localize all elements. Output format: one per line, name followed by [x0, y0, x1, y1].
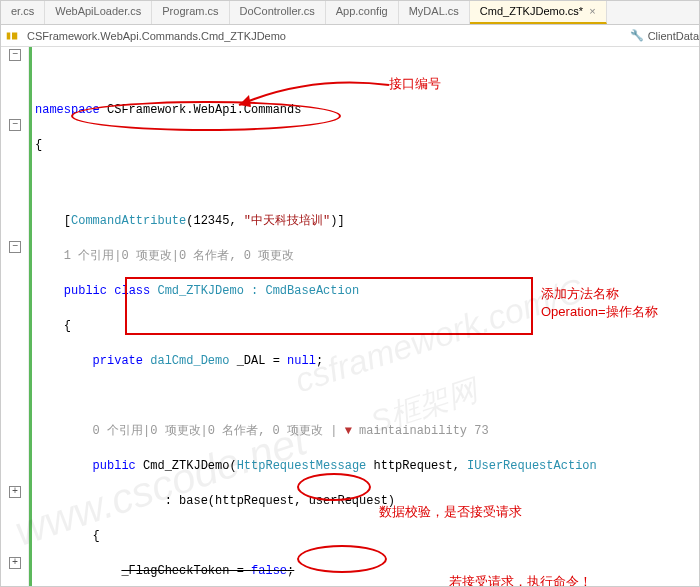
breadcrumb-namespace[interactable]: CSFramework.WebApi.Commands.Cmd_ZTKJDemo — [23, 30, 290, 42]
tab-er[interactable]: er.cs — [1, 1, 45, 24]
breadcrumb-member[interactable]: 🔧 ClientData — [630, 29, 699, 42]
tab-appconfig[interactable]: App.config — [326, 1, 399, 24]
annotation-exec: 若接受请求，执行命令！ — [449, 573, 592, 587]
svg-rect-1 — [12, 32, 17, 39]
tab-docontroller[interactable]: DoController.cs — [230, 1, 326, 24]
tab-program[interactable]: Program.cs — [152, 1, 229, 24]
annotation-validate: 数据校验，是否接受请求 — [379, 503, 522, 521]
breadcrumb: CSFramework.WebApi.Commands.Cmd_ZTKJDemo… — [1, 25, 699, 47]
watermark: www.cscode.net — [14, 431, 308, 541]
svg-rect-0 — [7, 32, 11, 39]
close-icon[interactable]: × — [589, 5, 595, 17]
code-area[interactable]: namespace CSFramework.WebApi.Commands { … — [29, 47, 699, 586]
annotation-operation-eq: Operation=操作名称 — [541, 303, 658, 321]
annotation-add-method: 添加方法名称 — [541, 285, 619, 303]
codelens[interactable]: 1 个引用|0 项更改|0 名作者, 0 项更改 — [64, 249, 294, 263]
gutter: − − − + + — [1, 47, 29, 586]
fold-marker[interactable]: − — [9, 49, 21, 61]
maintainability-badge[interactable]: ▼ — [345, 424, 359, 438]
fold-marker[interactable]: − — [9, 119, 21, 131]
wrench-icon: 🔧 — [630, 29, 644, 42]
fold-marker[interactable]: + — [9, 486, 21, 498]
tab-webapiloader[interactable]: WebApiLoader.cs — [45, 1, 152, 24]
tab-mydal[interactable]: MyDAL.cs — [399, 1, 470, 24]
fold-marker[interactable]: + — [9, 557, 21, 569]
fold-marker[interactable]: − — [9, 241, 21, 253]
annotation-interface-no: 接口编号 — [389, 75, 441, 93]
change-bar — [29, 47, 32, 586]
tab-bar: er.cs WebApiLoader.cs Program.cs DoContr… — [1, 1, 699, 25]
tab-cmd-ztkjdemo[interactable]: Cmd_ZTKJDemo.cs*× — [470, 1, 607, 24]
codelens[interactable]: 0 个引用|0 项更改|0 名作者, 0 项更改 | — [93, 424, 345, 438]
editor: − − − + + namespace CSFramework.WebApi.C… — [1, 47, 699, 586]
namespace-icon — [5, 29, 19, 43]
